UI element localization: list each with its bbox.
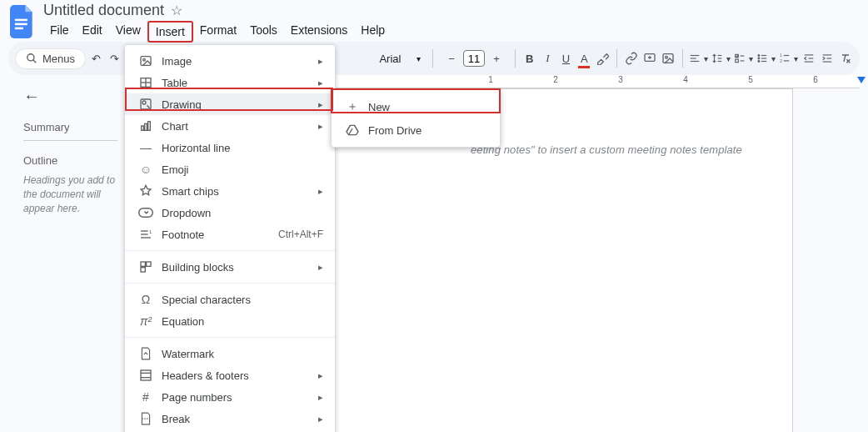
- drawing-submenu: ＋New From Drive: [331, 89, 501, 148]
- chevron-right-icon: ▸: [318, 56, 323, 67]
- chevron-right-icon: ▸: [318, 78, 323, 88]
- insert-equation[interactable]: π²Equation: [125, 310, 335, 332]
- svg-text:2: 2: [780, 59, 782, 63]
- search-menus[interactable]: Menus: [15, 48, 86, 69]
- svg-rect-17: [736, 59, 739, 63]
- align-button[interactable]: [689, 47, 708, 70]
- svg-text:1: 1: [149, 229, 152, 234]
- svg-rect-36: [141, 57, 151, 66]
- svg-point-37: [143, 58, 146, 61]
- svg-rect-6: [663, 54, 673, 63]
- page-numbers-icon: #: [137, 390, 155, 404]
- chevron-right-icon: ▸: [318, 370, 323, 381]
- insert-table[interactable]: Table▸: [125, 72, 335, 93]
- insert-drawing[interactable]: Drawing▸: [125, 93, 335, 115]
- right-margin-marker[interactable]: [857, 77, 866, 83]
- redo-button[interactable]: ↷: [107, 47, 122, 70]
- insert-watermark[interactable]: Watermark: [125, 343, 335, 364]
- bulleted-list-button[interactable]: [756, 47, 776, 70]
- plus-icon: ＋: [343, 99, 362, 114]
- chevron-right-icon: ▸: [318, 121, 323, 132]
- checklist-button[interactable]: [734, 47, 753, 70]
- clear-formatting-button[interactable]: [838, 47, 853, 70]
- svg-rect-43: [142, 126, 144, 130]
- ruler-tick: 4: [683, 75, 688, 84]
- svg-rect-51: [141, 262, 145, 266]
- drawing-from-drive[interactable]: From Drive: [332, 118, 500, 142]
- emoji-icon: ☺: [137, 163, 155, 176]
- font-family-select[interactable]: Arial▾: [374, 53, 426, 65]
- doc-title[interactable]: Untitled document: [43, 2, 164, 19]
- smart-chips-icon: [137, 184, 155, 198]
- insert-chart[interactable]: Chart▸: [125, 115, 335, 137]
- collapse-outline-icon[interactable]: ←: [23, 87, 117, 106]
- chevron-right-icon: ▸: [318, 262, 323, 273]
- insert-image-button[interactable]: [661, 47, 676, 70]
- chevron-right-icon: ▸: [318, 186, 323, 197]
- insert-horizontal-line[interactable]: —Horizontal line: [125, 137, 335, 158]
- footnote-icon: 1: [137, 228, 155, 241]
- insert-image[interactable]: Image▸: [125, 50, 335, 72]
- ruler-tick: 6: [813, 75, 818, 84]
- svg-rect-53: [141, 268, 145, 272]
- add-comment-button[interactable]: [642, 47, 657, 70]
- text-color-button[interactable]: A: [576, 47, 591, 70]
- insert-menu-popup: Image▸ Table▸ Drawing▸ Chart▸ —Horizonta…: [124, 44, 336, 432]
- font-size-input[interactable]: [463, 50, 485, 67]
- italic-button[interactable]: I: [541, 47, 556, 70]
- headers-footers-icon: [137, 369, 155, 382]
- drive-icon: [343, 124, 362, 136]
- svg-point-20: [758, 61, 760, 63]
- template-hint-text: eeting notes" to insert a custom meeting…: [471, 143, 742, 156]
- decrease-size-button[interactable]: −: [440, 47, 463, 70]
- underline-button[interactable]: U: [558, 47, 573, 70]
- insert-building-blocks[interactable]: Building blocks▸: [125, 256, 335, 278]
- undo-button[interactable]: ↶: [89, 47, 104, 70]
- table-icon: [137, 76, 155, 89]
- decrease-indent-button[interactable]: [801, 47, 816, 70]
- chart-icon: [137, 119, 155, 133]
- ruler-tick: 5: [748, 75, 753, 84]
- menu-view[interactable]: View: [109, 21, 147, 43]
- menu-extensions[interactable]: Extensions: [284, 21, 354, 43]
- increase-size-button[interactable]: +: [485, 47, 508, 70]
- numbered-list-button[interactable]: 12: [779, 47, 798, 70]
- increase-indent-button[interactable]: [820, 47, 835, 70]
- chevron-right-icon: ▸: [318, 392, 323, 403]
- insert-dropdown[interactable]: Dropdown: [125, 202, 335, 224]
- insert-special-characters[interactable]: ΩSpecial characters: [125, 289, 335, 310]
- menu-edit[interactable]: Edit: [76, 21, 109, 43]
- menu-insert[interactable]: Insert: [147, 21, 193, 43]
- search-icon: [26, 53, 37, 64]
- ruler-tick: 1: [488, 75, 493, 84]
- menubar: File Edit View Insert Format Tools Exten…: [43, 21, 392, 43]
- svg-point-3: [27, 54, 34, 61]
- star-icon[interactable]: ☆: [171, 3, 182, 18]
- highlight-button[interactable]: [595, 47, 610, 70]
- insert-footnote[interactable]: 1FootnoteCtrl+Alt+F: [125, 224, 335, 245]
- font-family-label: Arial: [379, 53, 401, 65]
- insert-headers-footers[interactable]: Headers & footers▸: [125, 364, 335, 386]
- docs-logo[interactable]: [7, 6, 38, 38]
- summary-heading: Summary: [23, 121, 117, 133]
- outline-hint: Headings you add to the document will ap…: [23, 173, 117, 215]
- svg-text:1: 1: [780, 53, 782, 58]
- insert-emoji[interactable]: ☺Emoji: [125, 158, 335, 180]
- drawing-new[interactable]: ＋New: [332, 95, 500, 118]
- insert-break[interactable]: Break▸: [125, 408, 335, 429]
- omega-icon: Ω: [137, 293, 155, 306]
- equation-icon: π²: [137, 314, 155, 328]
- building-blocks-icon: [137, 260, 155, 274]
- chevron-right-icon: ▸: [318, 414, 323, 424]
- insert-smart-chips[interactable]: Smart chips▸: [125, 180, 335, 202]
- insert-page-numbers[interactable]: #Page numbers▸: [125, 386, 335, 408]
- line-spacing-button[interactable]: [711, 47, 731, 70]
- bold-button[interactable]: B: [522, 47, 537, 70]
- menu-format[interactable]: Format: [193, 21, 243, 43]
- svg-point-18: [758, 55, 760, 57]
- ruler-tick: 2: [553, 75, 558, 84]
- menu-tools[interactable]: Tools: [243, 21, 284, 43]
- menu-file[interactable]: File: [43, 21, 76, 43]
- menu-help[interactable]: Help: [354, 21, 392, 43]
- insert-link-button[interactable]: [624, 47, 639, 70]
